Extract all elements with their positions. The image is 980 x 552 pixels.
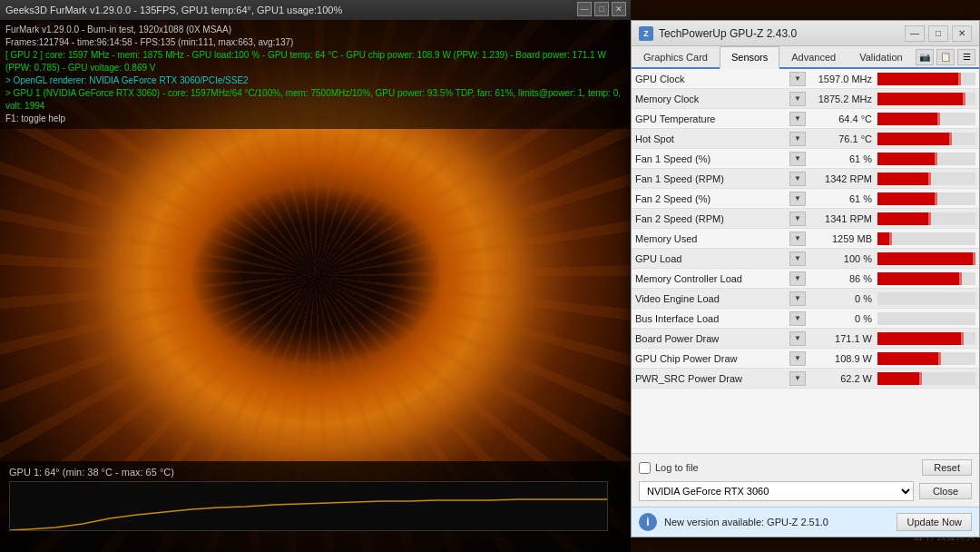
sensor-name: Video Engine Load [635,293,789,304]
sensor-dropdown-btn[interactable]: ▼ [789,72,806,86]
log-line-6: F1: toggle help [5,113,625,125]
sensor-value: 1875.2 MHz [809,94,877,104]
sensor-value: 1259 MB [809,233,877,244]
update-message: New version available: GPU-Z 2.51.0 [664,517,889,527]
sensor-dropdown-btn[interactable]: ▼ [789,132,806,146]
gpuz-close-btn[interactable]: ✕ [952,25,972,42]
sensor-bar [877,153,937,165]
sensor-row: Board Power Draw ▼ 171.1 W [632,329,979,349]
sensor-row: GPU Chip Power Draw ▼ 108.9 W [632,349,979,369]
sensor-bar [877,93,965,105]
sensor-bar [877,113,940,125]
sensor-bar [877,272,962,285]
sensor-value: 100 % [809,253,877,264]
gpuz-app-icon: Z [639,26,653,41]
furmark-minimize-btn[interactable]: — [577,2,592,16]
sensor-bar [877,73,961,85]
sensor-dropdown-btn[interactable]: ▼ [789,251,806,266]
tab-validation[interactable]: Validation [848,46,915,67]
sensor-name: Fan 2 Speed (%) [635,193,789,204]
sensor-name: Memory Used [635,233,789,244]
sensor-row: Fan 1 Speed (%) ▼ 61 % [632,149,979,169]
sensor-value: 1597.0 MHz [809,74,877,84]
sensor-bar-container [877,312,975,325]
sensor-bar-container [877,292,975,305]
sensor-bar-container [877,133,975,145]
tab-graphics-card[interactable]: Graphics Card [632,46,720,67]
sensor-name: GPU Chip Power Draw [635,353,789,364]
sensor-value: 108.9 W [809,353,877,364]
sensor-row: Fan 2 Speed (RPM) ▼ 1341 RPM [632,209,979,229]
furmark-log-panel: FurMark v1.29.0.0 - Burn-in test, 1920x1… [0,20,631,129]
sensor-value: 0 % [809,293,877,304]
sensor-dropdown-btn[interactable]: ▼ [789,172,806,186]
sensor-row: PWR_SRC Power Draw ▼ 62.2 W [632,369,979,389]
sensor-bar-container [877,153,975,165]
log-line-3: [ GPU 2 ] core: 1597 MHz - mem: 1875 MHz… [5,49,625,74]
sensor-bar [877,352,941,365]
sensor-bar [877,133,952,145]
furmark-titlebar: Geeks3D FurMark v1.29.0.0 - 135FPS, GPU1… [0,0,631,20]
gpuz-minimize-btn[interactable]: — [905,25,925,42]
furmark-title: Geeks3D FurMark v1.29.0.0 - 135FPS, GPU1… [5,5,342,15]
sensor-name: GPU Load [635,253,789,264]
sensor-value: 0 % [809,313,877,324]
sensor-bar [877,372,922,385]
update-info-icon: i [639,513,657,531]
sensor-name: Board Power Draw [635,333,789,344]
sensor-dropdown-btn[interactable]: ▼ [789,271,806,286]
log-to-file-checkbox[interactable] [639,462,651,474]
sensor-value: 1342 RPM [809,173,877,184]
gpu-selector[interactable]: NVIDIA GeForce RTX 3060 [639,481,914,501]
sensor-bar-container [877,212,975,225]
sensor-bar [877,192,937,205]
sensor-value: 1341 RPM [809,213,877,224]
sensor-name: GPU Clock [635,74,789,84]
sensor-bar [877,212,931,225]
furmark-temp-panel: GPU 1: 64° (min: 38 °C - max: 65 °C) [0,461,631,552]
gpuz-tab-bar: Graphics Card Sensors Advanced Validatio… [632,46,979,69]
sensor-value: 171.1 W [809,333,877,344]
gpuz-titlebar: Z TechPowerUp GPU-Z 2.43.0 — □ ✕ [632,21,979,46]
furmark-temp-chart [9,481,608,531]
sensor-dropdown-btn[interactable]: ▼ [789,92,806,106]
sensor-dropdown-btn[interactable]: ▼ [789,331,806,346]
tab-sensors[interactable]: Sensors [720,46,779,69]
gpuz-menu-btn[interactable]: ☰ [957,49,975,65]
sensor-row: Video Engine Load ▼ 0 % [632,289,979,309]
sensor-bar [877,332,964,345]
update-now-button[interactable]: Update Now [897,513,972,531]
sensor-dropdown-btn[interactable]: ▼ [789,212,806,226]
sensors-list: GPU Clock ▼ 1597.0 MHz Memory Clock ▼ 18… [632,69,979,453]
sensor-dropdown-btn[interactable]: ▼ [789,112,806,126]
reset-button[interactable]: Reset [922,459,972,476]
sensor-value: 86 % [809,273,877,284]
furmark-maximize-btn[interactable]: □ [594,2,609,16]
sensor-name: Bus Interface Load [635,313,789,324]
furmark-close-btn[interactable]: ✕ [612,2,626,16]
sensor-row: GPU Clock ▼ 1597.0 MHz [632,69,979,89]
sensor-bar-container [877,272,975,285]
gpuz-bottom-panel: Log to file Reset NVIDIA GeForce RTX 306… [632,453,979,507]
tab-advanced[interactable]: Advanced [779,46,848,67]
sensor-dropdown-btn[interactable]: ▼ [789,371,806,386]
furmark-temp-label: GPU 1: 64° (min: 38 °C - max: 65 °C) [9,467,622,478]
gpuz-title: TechPowerUp GPU-Z 2.43.0 [659,27,905,40]
sensor-bar-container [877,372,975,385]
sensor-dropdown-btn[interactable]: ▼ [789,152,806,166]
sensor-dropdown-btn[interactable]: ▼ [789,311,806,326]
gpuz-window-controls: — □ ✕ [905,25,972,42]
sensor-bar-container [877,252,975,265]
log-to-file-label[interactable]: Log to file [655,462,699,473]
gpuz-snapshot-btn[interactable]: 📷 [916,49,934,65]
sensor-dropdown-btn[interactable]: ▼ [789,291,806,306]
sensor-dropdown-btn[interactable]: ▼ [789,232,806,246]
sensor-row: Fan 2 Speed (%) ▼ 61 % [632,189,979,209]
sensor-name: Memory Controller Load [635,273,789,284]
gpuz-maximize-btn[interactable]: □ [928,25,948,42]
sensor-bar-container [877,172,975,185]
gpuz-copy-btn[interactable]: 📋 [936,49,955,65]
close-button-main[interactable]: Close [919,483,972,499]
sensor-dropdown-btn[interactable]: ▼ [789,192,806,206]
sensor-dropdown-btn[interactable]: ▼ [789,351,806,366]
